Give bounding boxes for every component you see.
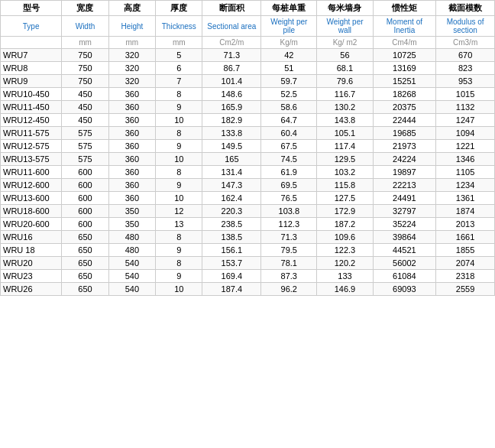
table-cell: 21973 (373, 140, 436, 153)
table-cell: WRU11-600 (1, 166, 62, 179)
table-cell: WRU10-450 (1, 88, 62, 101)
table-cell: 64.7 (261, 114, 317, 127)
table-cell: 8 (156, 166, 202, 179)
table-cell: 69093 (373, 283, 436, 296)
table-cell: 146.9 (317, 283, 373, 296)
table-cell: 15251 (373, 75, 436, 88)
table-cell: 153.7 (202, 257, 261, 270)
table-row: WRU236505409169.487.3133610842318 (1, 270, 495, 283)
table-cell: 116.7 (317, 88, 373, 101)
table-cell: WRU23 (1, 270, 62, 283)
table-cell: 8 (156, 231, 202, 244)
table-cell: 1346 (436, 153, 495, 166)
table-cell: WRU12-575 (1, 140, 62, 153)
table-cell: WRU26 (1, 283, 62, 296)
table-cell: 162.4 (202, 192, 261, 205)
col-header-type-cn: 型号 (1, 1, 62, 16)
table-cell: 320 (108, 75, 155, 88)
table-cell: 360 (108, 101, 155, 114)
table-cell: 360 (108, 140, 155, 153)
table-cell: 650 (62, 244, 108, 257)
table-row: WRU18-60060035012220.3103.8172.932797187… (1, 205, 495, 218)
table-cell: 1661 (436, 231, 495, 244)
table-cell: WRU12-450 (1, 114, 62, 127)
table-row: WRU 186504809156.179.5122.3445211855 (1, 244, 495, 257)
table-cell: 9 (156, 270, 202, 283)
table-cell: WRU13-575 (1, 153, 62, 166)
table-cell: 360 (108, 88, 155, 101)
table-cell: 165.9 (202, 101, 261, 114)
table-cell: 148.6 (202, 88, 261, 101)
table-cell: 120.2 (317, 257, 373, 270)
table-cell: 575 (62, 153, 108, 166)
table-cell: 750 (62, 62, 108, 75)
table-cell: 56 (317, 49, 373, 62)
table-cell: 360 (108, 127, 155, 140)
col-header-sect-en: Sectional area (202, 16, 261, 37)
table-row: WRU12-45045036010182.964.7143.8224441247 (1, 114, 495, 127)
col-header-wpile-cn: 每桩单重 (261, 1, 317, 16)
table-cell: 13 (156, 218, 202, 231)
table-cell: 76.5 (261, 192, 317, 205)
table-cell: 42 (261, 49, 317, 62)
table-cell: 22213 (373, 179, 436, 192)
table-cell: 8 (156, 257, 202, 270)
table-cell: 540 (108, 257, 155, 270)
table-cell: 12 (156, 205, 202, 218)
table-row: WRU2665054010187.496.2146.9690932559 (1, 283, 495, 296)
col-header-wpile-unit: Kg/m (261, 37, 317, 49)
table-cell: 101.4 (202, 75, 261, 88)
table-cell: 187.2 (317, 218, 373, 231)
col-header-type-en: Type (1, 16, 62, 37)
col-header-sect-cn: 断面积 (202, 1, 261, 16)
data-table: 型号 宽度 高度 厚度 断面积 每桩单重 每米墙身 惯性矩 截面模数 Type … (0, 0, 495, 296)
table-cell: 5 (156, 49, 202, 62)
table-cell: 1361 (436, 192, 495, 205)
table-cell: 74.5 (261, 153, 317, 166)
table-cell: 750 (62, 49, 108, 62)
table-cell: 650 (62, 231, 108, 244)
table-cell: 79.5 (261, 244, 317, 257)
col-header-height-cn: 高度 (108, 1, 155, 16)
table-cell: 149.5 (202, 140, 261, 153)
table-cell: WRU11-575 (1, 127, 62, 140)
table-cell: 1855 (436, 244, 495, 257)
table-cell: 9 (156, 140, 202, 153)
table-cell: 320 (108, 62, 155, 75)
table-row: WRU11-4504503609165.958.6130.2203751132 (1, 101, 495, 114)
table-cell: WRU 18 (1, 244, 62, 257)
table-cell: 122.3 (317, 244, 373, 257)
table-cell: 670 (436, 49, 495, 62)
table-cell: 19685 (373, 127, 436, 140)
table-cell: 67.5 (261, 140, 317, 153)
table-cell: 44521 (373, 244, 436, 257)
table-cell: 1247 (436, 114, 495, 127)
table-cell: 350 (108, 205, 155, 218)
table-cell: 130.2 (317, 101, 373, 114)
table-cell: 115.8 (317, 179, 373, 192)
col-header-wwall-cn: 每米墙身 (317, 1, 373, 16)
table-cell: 143.8 (317, 114, 373, 127)
col-header-moment-unit: Cm4/m (373, 37, 436, 49)
table-cell: WRU20 (1, 257, 62, 270)
table-cell: 20375 (373, 101, 436, 114)
table-cell: WRU11-450 (1, 101, 62, 114)
table-cell: 79.6 (317, 75, 373, 88)
col-header-height-en: Height (108, 16, 155, 37)
col-header-thick-unit: mm (156, 37, 202, 49)
col-header-type-unit (1, 37, 62, 49)
col-header-wwall-unit: Kg/ m2 (317, 37, 373, 49)
table-cell: 1105 (436, 166, 495, 179)
table-cell: 450 (62, 114, 108, 127)
table-cell: WRU13-600 (1, 192, 62, 205)
table-cell: WRU7 (1, 49, 62, 62)
table-cell: 24491 (373, 192, 436, 205)
table-cell: 138.5 (202, 231, 261, 244)
col-header-modulus-cn: 截面模数 (436, 1, 495, 16)
table-row: WRU13-60060036010162.476.5127.5244911361 (1, 192, 495, 205)
table-cell: 823 (436, 62, 495, 75)
table-cell: 2074 (436, 257, 495, 270)
table-cell: 1094 (436, 127, 495, 140)
table-cell: 575 (62, 127, 108, 140)
table-row: WRU11-5755753608133.860.4105.1196851094 (1, 127, 495, 140)
